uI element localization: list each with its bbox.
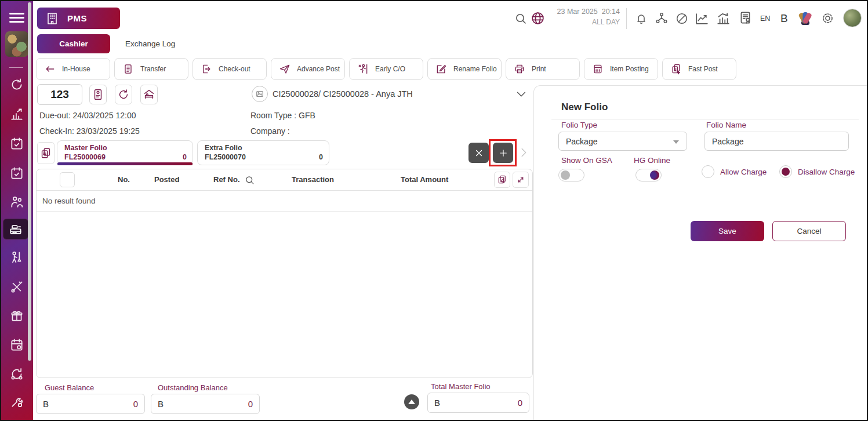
person-exit-icon: [357, 63, 369, 75]
cancel-button[interactable]: Cancel: [772, 221, 846, 241]
gift-icon[interactable]: [9, 308, 25, 324]
settings-icon[interactable]: [820, 11, 835, 26]
guest-photo-icon[interactable]: [252, 86, 268, 102]
housekeeping-icon[interactable]: [9, 249, 25, 266]
stats-icon[interactable]: [9, 106, 25, 122]
panel-divider: [551, 119, 859, 119]
fast-post-button[interactable]: Fast Post: [662, 58, 736, 80]
bar-chart-icon[interactable]: [716, 11, 731, 26]
advance-post-button[interactable]: Advance Post: [271, 58, 345, 80]
fast-post-icon: [670, 63, 682, 75]
process-icon[interactable]: [9, 366, 25, 382]
sidebar-scrollbar[interactable]: [28, 2, 31, 361]
folio-number: FL25000070: [205, 153, 246, 161]
select-all-checkbox[interactable]: [60, 172, 75, 187]
room-type-label: Room Type : GFB: [250, 111, 315, 120]
close-icon: [474, 148, 484, 158]
report-icon[interactable]: [738, 10, 753, 26]
sync-icon[interactable]: [9, 77, 25, 93]
tab-exchange-log[interactable]: Exchange Log: [125, 34, 175, 53]
tab-master-folio[interactable]: Master Folio FL25000069 0: [57, 140, 193, 165]
disallow-charge-radio[interactable]: [779, 165, 792, 178]
check-out-button[interactable]: Check-out: [193, 58, 267, 80]
folio-amount: 0: [183, 153, 187, 161]
maintenance-icon[interactable]: [9, 394, 25, 410]
rename-folio-button[interactable]: Rename Folio: [427, 58, 502, 80]
toggle-knob: [650, 170, 659, 180]
user-avatar[interactable]: [843, 9, 862, 27]
guest-balance-label: Guest Balance: [45, 383, 94, 392]
print-button[interactable]: Print: [506, 58, 580, 80]
chevron-down-icon[interactable]: [515, 88, 528, 101]
tab-extra-folio[interactable]: Extra Folio FL25000070 0: [197, 140, 329, 165]
folio-type-label: Folio Type: [561, 121, 597, 129]
transfer-button[interactable]: Transfer: [114, 58, 188, 80]
calendar-icon[interactable]: [9, 337, 25, 353]
ref-search-icon[interactable]: [244, 175, 255, 186]
tab-cashier[interactable]: Cashier: [37, 34, 110, 53]
chevron-right-icon[interactable]: [517, 146, 530, 159]
line-chart-icon[interactable]: [695, 12, 709, 26]
column-total-amount: Total Amount: [401, 175, 448, 184]
current-date: 23 Mar 2025: [557, 8, 598, 16]
folio-name-input[interactable]: [704, 132, 849, 151]
palette-icon[interactable]: [798, 11, 813, 25]
transactions-table: No. Posted Ref No. Transaction Total Amo…: [36, 169, 533, 378]
gauge-icon[interactable]: [675, 12, 689, 26]
calendar-check-icon[interactable]: [9, 136, 25, 152]
property-thumbnail[interactable]: [5, 31, 28, 57]
search-icon[interactable]: [514, 12, 528, 26]
app-title: PMS: [67, 13, 87, 23]
save-button[interactable]: Save: [691, 221, 764, 241]
currency-symbol: B: [434, 398, 440, 408]
tools-icon[interactable]: [9, 279, 25, 295]
globe-icon[interactable]: [530, 10, 546, 26]
folio-amount: 0: [319, 153, 323, 161]
show-on-gsa-toggle[interactable]: [558, 169, 584, 182]
expand-icon[interactable]: [513, 172, 529, 188]
panel-title: New Folio: [561, 101, 608, 113]
early-co-button[interactable]: Early C/O: [349, 58, 423, 80]
cash-register-icon[interactable]: [3, 219, 28, 239]
tree-icon[interactable]: [655, 12, 669, 26]
calendar-check-icon[interactable]: [9, 165, 25, 182]
outstanding-balance-value: 0: [248, 399, 253, 409]
bell-icon[interactable]: [634, 12, 648, 26]
radio-selected-dot: [782, 168, 790, 176]
due-out-label: Due-out: 24/03/2025 12:00: [39, 111, 136, 120]
item-posting-button[interactable]: Item Posting: [584, 58, 658, 80]
room-bed-icon[interactable]: [140, 85, 158, 104]
edit-icon: [435, 63, 447, 75]
column-ref-no: Ref No.: [213, 175, 240, 184]
total-master-folio-value: 0: [518, 398, 522, 408]
current-time: 20:14: [602, 8, 620, 16]
item-posting-icon: [592, 63, 604, 75]
registration-card-icon[interactable]: [89, 85, 107, 104]
shift-label: ALL DAY: [555, 18, 620, 26]
table-header: No. Posted Ref No. Transaction Total Amo…: [37, 169, 532, 191]
guests-icon[interactable]: [9, 194, 25, 210]
total-master-folio-label: Total Master Folio: [431, 382, 491, 391]
hg-online-label: HG Online: [634, 156, 670, 165]
folio-type-dropdown[interactable]: Package: [558, 132, 687, 151]
language-selector[interactable]: EN: [760, 14, 770, 23]
folio-title: Master Folio: [64, 144, 107, 152]
allow-charge-radio[interactable]: [702, 165, 714, 178]
in-house-button[interactable]: In-House: [36, 58, 110, 80]
copy-search-icon[interactable]: [494, 172, 510, 188]
printer-icon: [514, 63, 525, 75]
room-sync-icon[interactable]: [115, 85, 132, 104]
sidebar-divider: [9, 67, 23, 68]
collapse-panel-button[interactable]: [404, 394, 419, 409]
pms-home-button[interactable]: PMS: [37, 8, 120, 29]
currency-selector[interactable]: B: [780, 12, 788, 25]
header-divider: [626, 8, 627, 29]
close-folio-button[interactable]: [468, 143, 489, 163]
folio-number: FL25000069: [64, 153, 106, 161]
document-icon: [122, 63, 134, 75]
guest-balance-value: 0: [133, 399, 138, 409]
hg-online-toggle[interactable]: [635, 169, 662, 182]
hamburger-menu-icon[interactable]: [9, 9, 25, 26]
folio-stack-icon[interactable]: [37, 142, 55, 164]
show-on-gsa-label: Show On GSA: [561, 156, 612, 165]
